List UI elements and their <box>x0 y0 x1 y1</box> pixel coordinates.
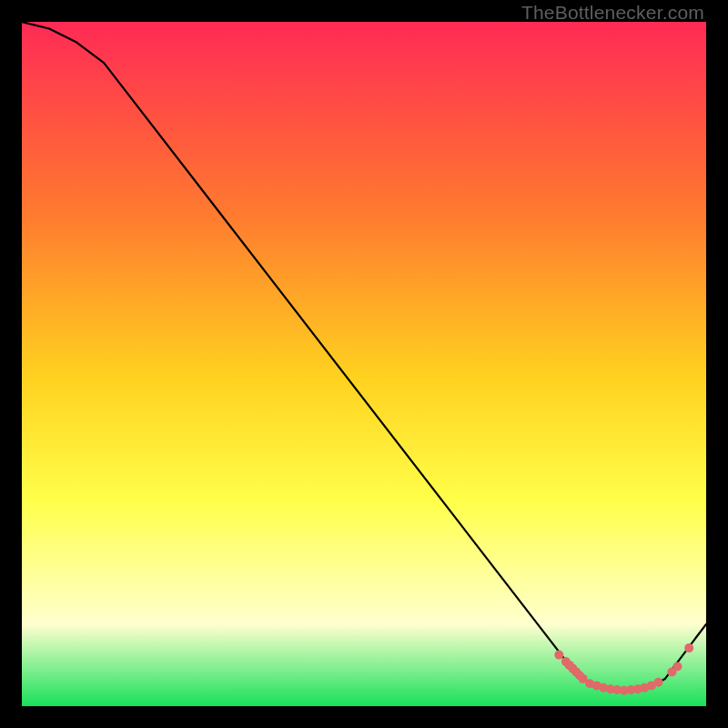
chart-frame <box>22 22 706 706</box>
watermark-text: TheBottlenecker.com <box>521 2 704 24</box>
gradient-background <box>22 22 706 706</box>
bottleneck-chart <box>22 22 706 706</box>
curve-marker <box>554 651 563 660</box>
curve-marker <box>672 662 682 671</box>
curve-marker <box>653 678 662 687</box>
curve-marker <box>684 643 693 652</box>
